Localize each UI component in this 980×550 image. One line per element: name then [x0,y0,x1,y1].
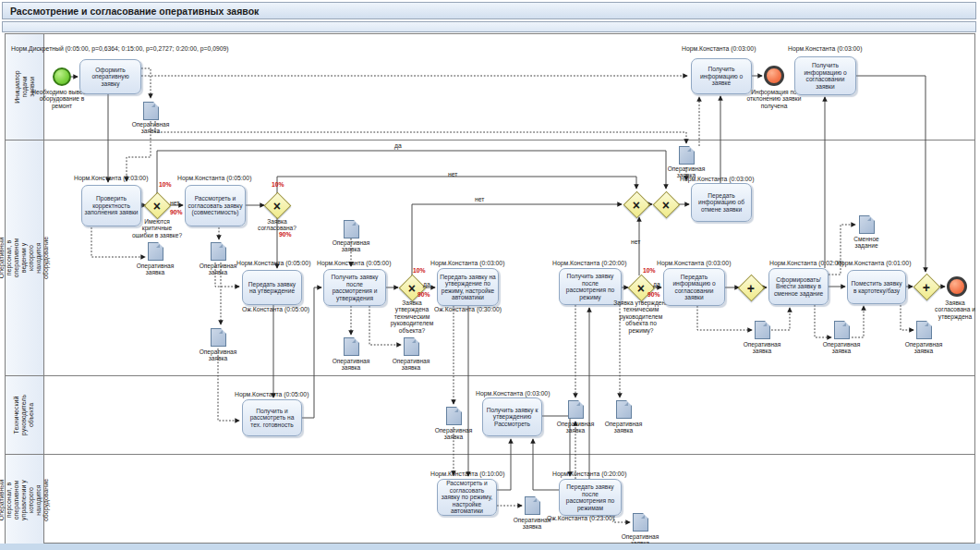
document-icon[interactable] [446,407,462,425]
document-icon[interactable] [404,337,419,356]
document-icon[interactable] [344,220,359,238]
xor-icon: × [662,199,670,212]
task-peredat-info-otmena[interactable]: Передать информацию об отмене заявки [691,183,752,222]
end-event-approved[interactable] [947,276,967,297]
annotation-pomestit: Норм.Константа (0:01:00) [837,260,911,266]
document-label: Оперативная заявка [509,517,555,531]
document-icon[interactable] [525,496,540,515]
gateway-soglas-question: Заявка согласована? [251,218,303,232]
flow-label-no: нет [170,200,179,206]
document-icon[interactable] [859,215,875,234]
annotation-peredat-posle-rassm: Норм.Константа (0:20:00) [552,471,626,477]
data-association [141,68,151,98]
annotation-poluchit-utv-rassm: Норм.Константа (0:03:00) [476,390,550,397]
document-label: Оперативная заявка [328,239,374,253]
annotation-peredat-utv: Норм.Константа (0:05:00) [236,260,310,266]
annotation-poluchit-info-zayavka: Норм.Константа (0:03:00) [682,45,756,52]
gateway-utv-rezhim-question: Заявка утверждена техническим руководите… [612,299,670,334]
document-label: Оперативная заявка [663,165,709,179]
flow-label-no: нет [475,196,484,202]
document-icon[interactable] [568,400,584,419]
document-icon[interactable] [755,321,770,339]
document-label: Оперативная заявка [328,358,374,372]
data-association [815,305,831,337]
plus-icon: + [923,281,930,294]
task-poluchit-info-zayavka[interactable]: Получить информацию о заявке [691,58,752,94]
document-icon[interactable] [916,321,932,339]
task-sformirovat-smennoe[interactable]: Сформировать/ Внести заявку в сменное за… [768,268,829,305]
task-peredat-na-utverzhdenie[interactable]: Передать заявку на утверждение [242,270,302,305]
probability-label: 90% [170,209,183,215]
xor-icon: × [408,282,416,295]
data-association [852,306,864,337]
flow-label-yes: да [423,281,430,287]
annotation-wait-posle-rassm: Ож.Константа (0:23:00) [547,515,614,521]
task-poluchit-posle-utverzhdeniya[interactable]: Получить заявку после рассмотрения и утв… [323,269,386,306]
task-peredat-info-soglas[interactable]: Передать информацию о согласовании заявк… [663,268,725,306]
document-label: Оперативная заявка [195,348,241,362]
probability-label: 10% [159,181,172,188]
document-icon[interactable] [211,328,226,347]
probability-label: 10% [272,181,284,188]
data-association [614,516,630,522]
task-rassmotret-po-rezhimu[interactable]: Рассмотреть и согласовать заявку по режи… [437,479,497,516]
task-peredat-posle-rassm[interactable]: Передать заявку после рассмотрения по ре… [559,479,622,516]
annotation-poluchit-info-soglas: Норм.Константа (0:03:00) [788,45,862,52]
data-association [771,308,790,330]
end-event-rejected[interactable] [764,66,784,86]
bottom-scroll-strip[interactable] [0,544,980,550]
document-label: Оперативная заявка [901,341,947,355]
data-association [697,306,752,330]
document-icon[interactable] [616,400,632,419]
gateway-utv-question: Заявка утверждена техническим руководите… [385,299,439,334]
flow-label-yes: да [653,281,660,287]
annotation-peredat-soglas: Норм.Константа (0:03:00) [657,260,731,266]
document-icon[interactable] [679,146,695,165]
sequence-flow [277,177,636,193]
task-rassmotret-sovmestimost[interactable]: Рассмотреть и согласовать заявку (совмес… [185,185,246,226]
document-label: Оперативная заявка [430,427,477,441]
annotation-poluchit-posle-utv: Норм.Константа (0:05:00) [317,260,391,266]
annotation-poluchit-po-rezhimu: Норм.Константа (0:20:00) [552,260,626,266]
annotation-wait-peredat-rezhim: Ож.Константа (0:30:00) [434,306,502,312]
annotation-rassmotret-sovm: Норм.Константа (0:05:00) [177,175,251,181]
document-label: Оперативная заявка [739,341,785,355]
start-event[interactable] [53,67,71,86]
document-icon[interactable] [143,102,159,120]
task-poluchit-k-utverzhdeniyu[interactable]: Получить заявку к утверждению Рассмотрет… [482,397,542,436]
xor-icon: × [273,200,281,213]
bpmn-diagram: Рассмотрение и согласование оперативных … [0,0,980,550]
document-label: Оперативная заявка [600,421,647,434]
document-label: Оперативная заявка [388,358,434,372]
annotation-proverit: Норм.Константа (0:03:00) [74,175,148,181]
sequence-flow [533,439,559,490]
document-icon[interactable] [211,242,226,261]
task-peredat-na-utverzhdenie-rezhim[interactable]: Передать заявку на утверждение по режиму… [437,268,499,306]
document-label: Оперативная заявка [132,263,178,276]
probability-label: 90% [647,291,660,298]
task-poluchit-tex-gotovnost[interactable]: Получить и рассмотреть на тех. готовност… [242,399,302,436]
document-label: Сменное задание [843,236,889,250]
data-association [829,225,855,275]
probability-label: 10% [413,267,426,274]
data-association [901,305,913,330]
annotation-discrete-norm: Норм.Дискретный (0:05:00, p=0,6364; 0:15… [11,45,229,52]
task-poluchit-info-soglas[interactable]: Получить информацию о согласовании заявк… [794,56,856,95]
document-icon[interactable] [344,337,359,356]
document-label: Оперативная заявка [127,121,174,135]
flow-label-no: нет [631,238,640,245]
annotation-sformirovat: Норм.Константа (0:02:00) [769,260,843,266]
gateway-errors-question: Имеются критичные ошибки в заявке? [131,218,183,238]
document-icon[interactable] [148,242,163,261]
probability-label: 10% [643,267,656,274]
task-pomestit-kartoteka[interactable]: Поместить заявку в картотеку/базу [847,270,906,304]
flow-label-no: нет [448,171,457,177]
document-icon[interactable] [633,513,648,532]
document-icon[interactable] [834,321,850,339]
probability-label: 90% [417,291,430,298]
annotation-poluchit-tex: Норм.Константа (0:05:00) [235,391,309,397]
document-label: Оперативная заявка [195,263,241,276]
task-oformit-zayavku[interactable]: Оформить оперативную заявку [79,59,141,94]
flow-label-yes: да [394,142,402,149]
xor-icon: × [633,199,640,212]
